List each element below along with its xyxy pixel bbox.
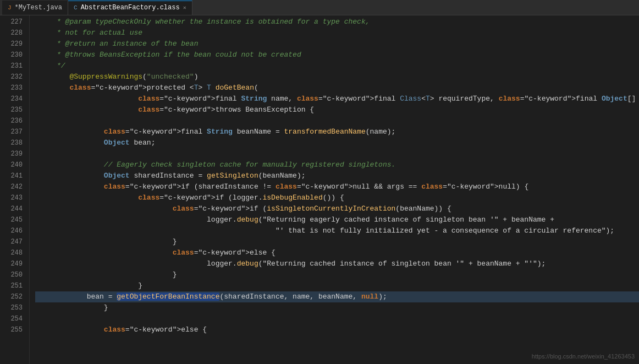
line-number-251: 251 [2,280,23,291]
code-line-228: * not for actual use [35,27,639,38]
line-number-247: 247 [2,236,23,247]
code-line-242: class="c-keyword">if (sharedInstance != … [35,181,639,192]
line-number-234: 234 [2,93,23,104]
line-number-254: 254 [2,313,23,324]
code-line-254 [35,313,639,324]
code-line-237: class="c-keyword">final String beanName … [35,126,639,137]
line-number-255: 255 [2,324,23,335]
line-number-243: 243 [2,192,23,203]
line-number-246: 246 [2,225,23,236]
code-line-248: class="c-keyword">else { [35,247,639,258]
editor-area: 2272282292302312322332342352362372382392… [0,15,639,364]
line-number-248: 248 [2,247,23,258]
tab-close-icon[interactable]: ✕ [183,4,186,11]
line-number-227: 227 [2,16,23,27]
code-line-245: logger.debug("Returning eagerly cached i… [35,214,639,225]
code-line-247: } [35,236,639,247]
line-number-228: 228 [2,27,23,38]
line-number-253: 253 [2,302,23,313]
code-line-252: bean = getObjectForBeanInstance(sharedIn… [35,291,639,302]
tab-abstractbean[interactable]: C AbstractBeanFactory.class ✕ [68,1,192,15]
code-line-251: } [35,280,639,291]
code-line-250: } [35,269,639,280]
code-line-246: "' that is not fully initialized yet - a… [35,225,639,236]
code-line-234: class="c-keyword">final String name, cla… [35,93,639,104]
line-number-236: 236 [2,115,23,126]
line-number-245: 245 [2,214,23,225]
code-line-227: * @param typeCheckOnly whether the insta… [35,16,639,27]
code-line-232: @SuppressWarnings("unchecked") [35,71,639,82]
line-number-232: 232 [2,71,23,82]
line-number-235: 235 [2,104,23,115]
code-line-253: } [35,302,639,313]
line-number-233: 233 [2,82,23,93]
code-line-255: class="c-keyword">else { [35,324,639,335]
code-line-238: Object bean; [35,137,639,148]
code-line-244: class="c-keyword">if (isSingletonCurrent… [35,203,639,214]
code-line-231: */ [35,60,639,71]
tab-label-myjava: *MyTest.java [15,4,62,12]
line-number-238: 238 [2,137,23,148]
code-line-235: class="c-keyword">throws BeansException … [35,104,639,115]
line-number-239: 239 [2,148,23,159]
line-number-249: 249 [2,258,23,269]
code-content[interactable]: * @param typeCheckOnly whether the insta… [30,15,639,364]
line-number-229: 229 [2,38,23,49]
tab-bar: J *MyTest.java C AbstractBeanFactory.cla… [0,0,639,15]
line-numbers-gutter: 2272282292302312322332342352362372382392… [0,15,30,364]
code-line-230: * @throws BeansException if the bean cou… [35,49,639,60]
line-number-240: 240 [2,159,23,170]
line-number-230: 230 [2,49,23,60]
tab-label-abstractbean: AbstractBeanFactory.class [81,4,180,12]
code-line-240: // Eagerly check singleton cache for man… [35,159,639,170]
watermark: https://blog.csdn.net/weixin_41263453 [532,353,635,360]
line-number-244: 244 [2,203,23,214]
code-line-241: Object sharedInstance = getSingleton(bea… [35,170,639,181]
line-number-242: 242 [2,181,23,192]
line-number-237: 237 [2,126,23,137]
class-file-icon: C [74,4,78,11]
code-line-236 [35,115,639,126]
code-line-239 [35,148,639,159]
code-line-229: * @return an instance of the bean [35,38,639,49]
code-line-243: class="c-keyword">if (logger.isDebugEnab… [35,192,639,203]
java-file-icon: J [8,4,12,11]
line-number-252: 252 [2,291,23,302]
line-number-241: 241 [2,170,23,181]
line-number-231: 231 [2,60,23,71]
code-line-233: class="c-keyword">protected <T> T doGetB… [35,82,639,93]
line-number-250: 250 [2,269,23,280]
tab-myjava[interactable]: J *MyTest.java [2,1,68,15]
code-line-249: logger.debug("Returning cached instance … [35,258,639,269]
